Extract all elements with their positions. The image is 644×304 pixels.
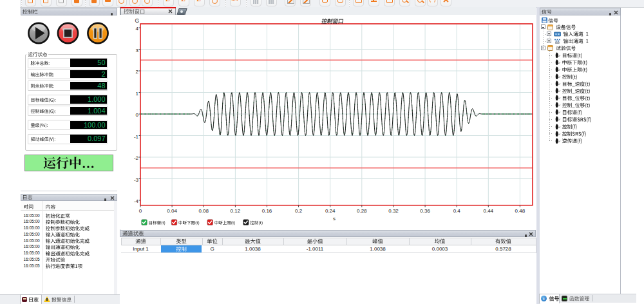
svg-text:0.08: 0.08 (198, 208, 209, 214)
svg-text:0.16: 0.16 (262, 208, 272, 214)
svg-text:0.36: 0.36 (420, 208, 430, 214)
svg-text:-3: -3 (134, 177, 139, 183)
svg-text:0.48: 0.48 (515, 208, 526, 214)
svg-text:0.24: 0.24 (325, 208, 336, 214)
svg-text:0.28: 0.28 (357, 208, 367, 214)
svg-text:G: G (135, 17, 139, 24)
svg-text:0.04: 0.04 (167, 208, 177, 214)
svg-text:s: s (333, 216, 336, 222)
svg-text:3: 3 (136, 48, 139, 53)
svg-text:0.12: 0.12 (231, 208, 241, 214)
svg-text:0.44: 0.44 (484, 208, 494, 214)
svg-text:2: 2 (136, 69, 139, 75)
svg-text:4: 4 (136, 26, 139, 32)
svg-text:-1: -1 (134, 134, 139, 140)
svg-text:0: 0 (139, 208, 142, 214)
svg-text:-2: -2 (134, 155, 139, 161)
svg-text:1: 1 (136, 91, 139, 97)
svg-text:0: 0 (136, 112, 139, 118)
svg-text:-4: -4 (134, 198, 139, 204)
svg-text:0.32: 0.32 (388, 208, 399, 214)
svg-text:0.2: 0.2 (295, 208, 303, 214)
svg-text:0.4: 0.4 (453, 208, 461, 214)
